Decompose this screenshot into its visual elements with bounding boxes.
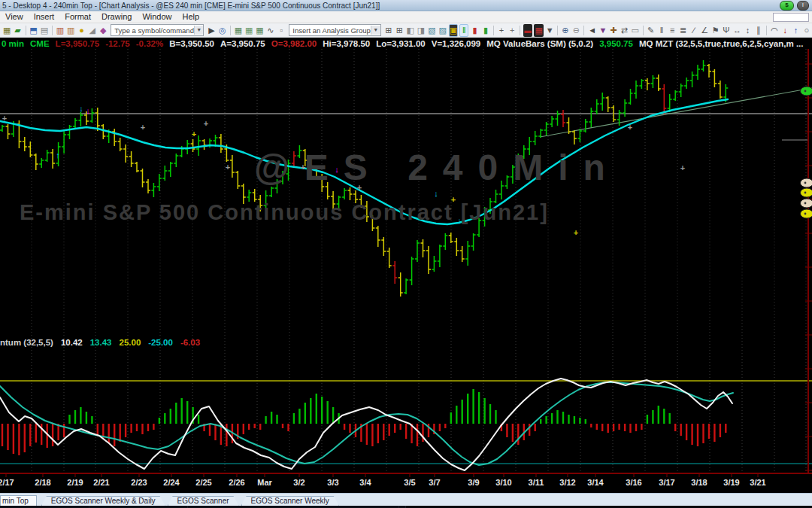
momentum-value-0: ntum (32,5,5) (0, 338, 53, 348)
matrix-icon[interactable]: ▦ (534, 24, 543, 37)
chart-area[interactable]: +↑↓↓+++++↓+↓+↓+++2/172/182/192/212/232/2… (0, 49, 812, 493)
menu-item-view[interactable]: View (0, 11, 29, 23)
quote-segment-6: A=3,950.75 (220, 39, 265, 48)
menu-item-drawing[interactable]: Drawing (96, 11, 137, 23)
pencil-icon[interactable]: ✎ (646, 24, 655, 37)
window-tile2-icon[interactable]: ▦ (244, 24, 253, 37)
sheet-forward-icon[interactable]: ◨ (417, 24, 426, 37)
horizontal-lines-icon[interactable]: ≡ (668, 24, 677, 37)
menu-item-help[interactable]: Help (177, 11, 205, 23)
tab-240min-top[interactable]: min Top (0, 495, 37, 506)
zoom-out-icon[interactable]: ⊖ (571, 24, 580, 37)
svg-text:+: + (301, 163, 305, 172)
horiz-arrow-icon[interactable]: ↔ (732, 24, 741, 37)
toolbar-separator (26, 26, 26, 35)
window-tile1-icon[interactable]: ▦ (234, 24, 243, 37)
symbol-combobox-label: Type a symbol/command (114, 26, 194, 35)
svg-text:↓: ↓ (457, 216, 462, 225)
vert-arrow-icon[interactable]: ↕ (743, 24, 752, 37)
gann-angle-icon[interactable]: ∠ (700, 24, 709, 37)
insert-analysis-icon[interactable]: ⊞ (384, 24, 393, 37)
title-bar[interactable]: 5 - Desktop 4 - 240min Top - [Chart Anal… (0, 0, 812, 11)
candle-green-icon[interactable]: ▮ (481, 24, 490, 37)
flag-icon[interactable]: ⚑ (710, 24, 720, 37)
format-study-icon[interactable]: ▨ (438, 24, 447, 37)
fib-retracement-icon[interactable]: ≣ (678, 24, 687, 37)
analysis-group-combobox[interactable]: Insert an Analysis Group▼ (289, 24, 381, 36)
tab-egos-scanner[interactable]: EGOS Scanner (168, 496, 239, 506)
arrow-up-marker-icon[interactable]: ↑ (791, 24, 800, 37)
info-button[interactable]: I (797, 1, 809, 11)
candle-red-icon[interactable]: ▮ (470, 24, 479, 37)
svg-text:3/19: 3/19 (723, 478, 739, 487)
notepad-icon[interactable]: ▭ (630, 24, 639, 37)
menu-item-format[interactable]: Format (59, 11, 96, 23)
vertical-lines-icon[interactable]: ‖ (657, 24, 666, 37)
curve-icon[interactable]: ◠ (770, 24, 779, 37)
chart-search-icon[interactable]: ◎ (218, 24, 227, 37)
open-workspace-icon[interactable]: ▰ (13, 24, 22, 37)
window-tile3-icon[interactable]: ▦ (255, 24, 264, 37)
sheet-back-icon[interactable]: ◧ (405, 24, 414, 37)
new-workspace-icon[interactable]: ▦ (2, 24, 11, 37)
value-bars-icon[interactable]: ▬ (523, 24, 532, 37)
ellipse-icon[interactable]: ○ (802, 24, 811, 37)
save-desktop-icon[interactable]: ⬒ (29, 24, 38, 37)
svg-text:+: + (357, 183, 362, 192)
lock-icon[interactable]: ● (77, 24, 86, 37)
format-symbol-icon[interactable]: ▧ (427, 24, 436, 37)
svg-text:+: + (192, 129, 196, 138)
note-icon[interactable]: ▫ (277, 24, 286, 37)
zigzag-icon[interactable]: ∿ (266, 24, 275, 37)
strategy-icon[interactable]: ◢ (88, 24, 97, 37)
bar-type-dark-icon[interactable]: ▣ (449, 24, 458, 37)
swap-window-icon[interactable]: ⇄ (620, 24, 629, 37)
server-connect-icon[interactable]: ▥ (56, 24, 65, 37)
insert-analysis2-icon[interactable]: ⊞ (395, 24, 404, 37)
chart-canvas[interactable]: +↑↓↓+++++↓+↓+↓+++2/172/182/192/212/232/2… (0, 49, 812, 496)
print-icon[interactable]: ▤ (40, 24, 49, 37)
svg-text:+: + (141, 123, 145, 132)
pointer-icon[interactable]: ◄ (587, 24, 596, 37)
toolbar-separator (583, 26, 584, 35)
svg-text:3/14: 3/14 (587, 478, 604, 487)
quote-segment-12: 3,950.75 (599, 39, 633, 48)
svg-text:↓: ↓ (86, 106, 90, 115)
quote-segment-9: Lo=3,931.00 (376, 39, 426, 48)
trendline-icon[interactable]: ∕ (689, 24, 698, 37)
parallel-lines-icon[interactable]: ∥ (754, 24, 763, 37)
menu-item-window[interactable]: Window (137, 11, 177, 23)
quote-segment-13: MQ MZT (32,5,5,true,true,6,2,5,cyan,m ..… (639, 39, 804, 48)
marker-icon[interactable]: ▼ (598, 24, 607, 37)
zoom-in-icon[interactable]: ⊕ (561, 24, 570, 37)
tab-egos-scanner-weekly-daily[interactable]: EGOS Scanner Weekly & Daily (41, 496, 165, 506)
svg-text:2/23: 2/23 (131, 478, 147, 487)
momentum-value-3: 25.00 (120, 338, 141, 348)
menu-item-insert[interactable]: Insert (29, 11, 60, 23)
svg-text:3/16: 3/16 (626, 478, 641, 487)
symbol-combobox[interactable]: Type a symbol/command▼ (111, 24, 204, 36)
colors-icon[interactable]: ◆ (98, 24, 108, 37)
chevron-down-icon[interactable]: ▼ (371, 26, 380, 35)
menu-search-box[interactable] (773, 13, 809, 22)
svg-text:3/7: 3/7 (429, 478, 440, 487)
tools-icon[interactable]: ✚ (609, 24, 618, 37)
bar-type-ohlc-icon[interactable]: ‖ (459, 24, 468, 37)
svg-text:Mar: Mar (257, 478, 272, 487)
svg-text:3/12: 3/12 (559, 478, 575, 487)
toolbar-separator (52, 26, 53, 35)
tab-egos-scanner-weekly[interactable]: EGOS Scanner Weekly (241, 496, 339, 506)
account-dollar-button[interactable]: $ (780, 1, 793, 11)
toolbar-separator (230, 26, 231, 35)
arrow-down-marker-icon[interactable]: ↓ (780, 24, 789, 37)
svg-text:+: + (226, 163, 230, 172)
pitchfork-icon[interactable]: Ψ (722, 24, 731, 37)
chevron-down-icon[interactable]: ▼ (194, 26, 203, 35)
momentum-value-2: 13.43 (90, 338, 112, 348)
crosshair-data-icon[interactable]: + (508, 24, 517, 37)
server-backup-icon[interactable]: ▥ (66, 24, 75, 37)
go-arrow-icon[interactable]: ▶ (207, 24, 216, 37)
crosshair-icon[interactable]: + (497, 24, 506, 37)
momentum-value-5: -6.03 (180, 338, 200, 348)
matrix-dropdown-icon[interactable]: ▼ (545, 24, 554, 37)
